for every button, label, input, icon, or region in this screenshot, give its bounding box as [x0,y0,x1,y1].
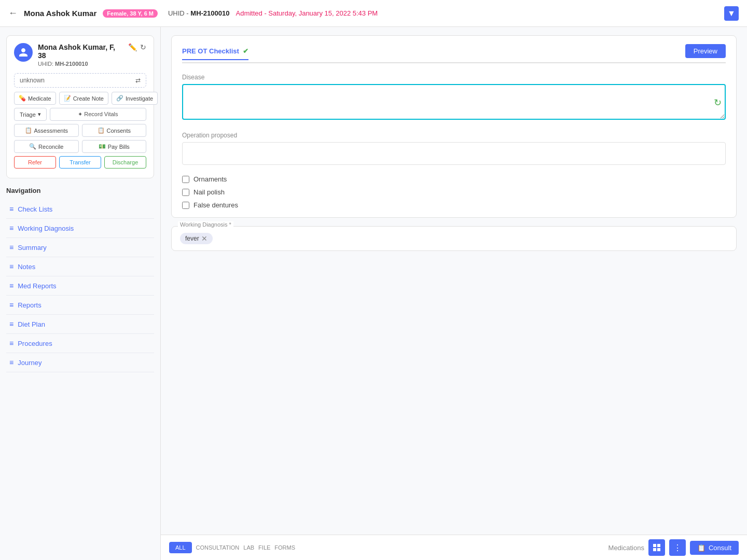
back-button[interactable]: ← [8,8,18,19]
navigation-section: Navigation ≡ Check Lists ≡ Working Diagn… [6,187,154,372]
nav-icon-procedures: ≡ [9,339,13,347]
disease-input-wrapper: ↻ [182,84,726,121]
svg-rect-1 [657,544,660,547]
nav-item-med-reports[interactable]: ≡ Med Reports [6,276,154,296]
transfer-button[interactable]: Transfer [59,156,101,169]
lab-tab[interactable]: LAB [243,544,254,551]
nav-icon-diet-plan: ≡ [9,320,13,328]
operation-group: Operation proposed [182,132,726,165]
triage-vitals-row: Triage ▾ ✦ Record Vitals [14,108,146,121]
consents-button[interactable]: 📋 Consents [82,124,147,137]
nav-item-notes[interactable]: ≡ Notes [6,257,154,276]
grid-view-button[interactable] [648,539,665,556]
false-dentures-checkbox-label[interactable]: False dentures [182,201,726,209]
patient-card: Mona Ashok Kumar, F, 38 UHID: MH-2100010… [6,35,154,178]
working-diagnosis-label: Working Diagnosis * [178,221,233,228]
create-note-button[interactable]: 📝 Create Note [59,92,108,105]
assessments-consents-row: 📋 Assessments 📋 Consents [14,124,146,137]
nav-item-summary[interactable]: ≡ Summary [6,238,154,257]
navigation-title: Navigation [6,187,154,194]
consult-icon: 📋 [697,544,706,552]
false-dentures-checkbox[interactable] [182,202,189,209]
nav-item-checklists[interactable]: ≡ Check Lists [6,200,154,219]
consultation-tab[interactable]: CONSULTATION [196,544,240,551]
discharge-button[interactable]: Discharge [104,156,146,169]
header-uhid: UHID - MH-2100010 [168,9,230,17]
nail-polish-checkbox[interactable] [182,189,189,196]
disease-group: Disease ↻ [182,74,726,121]
refresh-button[interactable]: ↻ [140,43,146,51]
tab-row: PRE OT Checklist ✔ Preview [182,44,726,63]
edit-patient-button[interactable]: ✏️ [128,43,137,51]
svg-rect-3 [657,548,660,551]
patient-gender-age-badge: Female, 38 Y, 6 M [103,9,158,18]
operation-input[interactable] [182,142,726,165]
svg-rect-2 [653,548,656,551]
all-tab-button[interactable]: ALL [169,542,192,553]
sidebar-patient-name: Mona Ashok Kumar, F, 38 [38,43,123,60]
left-sidebar: Mona Ashok Kumar, F, 38 UHID: MH-2100010… [0,27,161,560]
working-diagnosis-tag: fever ✕ [180,233,213,244]
svg-rect-0 [653,544,656,547]
nav-item-procedures[interactable]: ≡ Procedures [6,334,154,353]
nav-icon-notes: ≡ [9,262,13,271]
nail-polish-checkbox-label[interactable]: Nail polish [182,188,726,196]
reconcile-paybills-row: 🔍 Reconcile 💵 Pay Bills [14,140,146,153]
reconcile-button[interactable]: 🔍 Reconcile [14,140,79,153]
refer-transfer-discharge-row: Refer Transfer Discharge [14,156,146,169]
nav-item-journey[interactable]: ≡ Journey [6,353,154,372]
nav-icon-summary: ≡ [9,243,13,251]
checkbox-group: Ornaments Nail polish False dentures [182,175,726,209]
nav-icon-med-reports: ≡ [9,282,13,290]
sidebar-uhid: UHID: MH-2100010 [38,61,123,67]
header-admitted-info: Admitted - Saturday, January 15, 2022 5:… [236,9,378,17]
refer-button[interactable]: Refer [14,156,56,169]
working-diagnosis-remove-icon[interactable]: ✕ [201,234,208,243]
main-container: Mona Ashok Kumar, F, 38 UHID: MH-2100010… [0,27,747,560]
medicate-button[interactable]: 💊 Medicate [14,92,56,105]
pay-bills-button[interactable]: 💵 Pay Bills [82,140,147,153]
more-options-button[interactable]: ⋮ [669,539,686,556]
patient-status: unknown ⇄ [14,73,146,88]
actions-row-1: 💊 Medicate 📝 Create Note 🔗 Investigate [14,92,146,105]
nav-icon-journey: ≡ [9,358,13,367]
forms-tab[interactable]: FORMS [274,544,295,551]
consult-button[interactable]: 📋 Consult [690,541,739,555]
top-header: ← Mona Ashok Kumar Female, 38 Y, 6 M UHI… [0,0,747,27]
operation-label: Operation proposed [182,132,726,139]
nav-icon-working-diagnosis: ≡ [9,224,13,232]
assessments-button[interactable]: 📋 Assessments [14,124,79,137]
medications-label: Medications [608,544,644,552]
tab-check-icon: ✔ [243,47,248,55]
preview-button[interactable]: Preview [685,44,726,58]
investigate-button[interactable]: 🔗 Investigate [112,92,158,105]
nav-item-diet-plan[interactable]: ≡ Diet Plan [6,315,154,334]
right-content: PRE OT Checklist ✔ Preview Disease ↻ Ope… [161,27,747,560]
ornaments-checkbox[interactable] [182,176,189,183]
bottom-bar: ALL CONSULTATION LAB FILE FORMS Medicati… [161,535,747,560]
checklist-card: PRE OT Checklist ✔ Preview Disease ↻ Ope… [171,35,737,218]
tab-pre-ot-checklist[interactable]: PRE OT Checklist ✔ [182,47,248,60]
nav-icon-checklists: ≡ [9,205,13,213]
triage-button[interactable]: Triage ▾ [14,108,47,121]
disease-label: Disease [182,74,726,81]
avatar [14,43,33,62]
header-nav-button[interactable]: ▼ [724,6,739,21]
record-vitals-button[interactable]: ✦ Record Vitals [50,108,146,121]
disease-refresh-icon: ↻ [714,97,722,108]
disease-input[interactable] [182,84,726,120]
ornaments-checkbox-label[interactable]: Ornaments [182,175,726,183]
nav-icon-reports: ≡ [9,301,13,309]
file-tab[interactable]: FILE [258,544,270,551]
nav-item-working-diagnosis[interactable]: ≡ Working Diagnosis [6,219,154,238]
header-patient-name: Mona Ashok Kumar [24,9,96,18]
nav-item-reports[interactable]: ≡ Reports [6,296,154,315]
working-diagnosis-card: Working Diagnosis * fever ✕ [171,226,737,251]
